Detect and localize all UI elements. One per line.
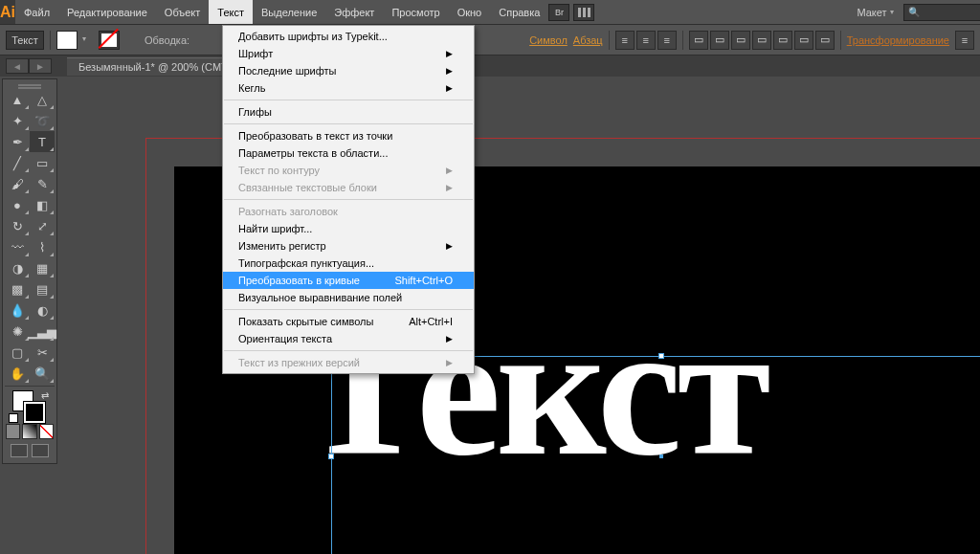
paragraph-panel-link[interactable]: Абзац <box>573 34 603 46</box>
menu-item[interactable]: Найти шрифт... <box>223 220 474 237</box>
menu-item[interactable]: Ориентация текста▶ <box>223 330 474 347</box>
fill-stroke[interactable]: ⇄ <box>5 388 55 423</box>
shape-builder-tool[interactable]: ◑ <box>5 257 30 278</box>
menu-item[interactable]: Добавить шрифты из Typekit... <box>223 28 474 45</box>
stroke-none-swatch[interactable] <box>99 31 120 50</box>
direct-select-tool[interactable]: △ <box>30 89 55 110</box>
menu-редактирование[interactable]: Редактирование <box>58 0 156 24</box>
eraser-tool[interactable]: ◧ <box>30 194 55 215</box>
canvas[interactable]: Текст <box>61 78 978 552</box>
line-tool[interactable]: ╱ <box>5 152 30 173</box>
menu-item[interactable]: Шрифт▶ <box>223 45 474 62</box>
color-mode-solid[interactable] <box>6 424 20 439</box>
graph-tool[interactable]: ▁▃▅ <box>30 321 55 342</box>
warp-tool[interactable]: ⌇ <box>30 236 55 257</box>
text-menu-dropdown: Добавить шрифты из Typekit...Шрифт▶После… <box>222 25 475 374</box>
symbol-spray-tool[interactable]: ✺ <box>5 321 30 342</box>
transform-panel-link[interactable]: Трансформирование <box>847 34 949 46</box>
menu-item[interactable]: Визуальное выравнивание полей <box>223 289 474 306</box>
color-modes <box>5 423 55 440</box>
artboard-tool[interactable]: ▢ <box>5 342 30 363</box>
type-tool[interactable]: T <box>30 131 55 152</box>
align-center-icon[interactable]: ≡ <box>636 31 656 50</box>
menubar-right: Br Макет — □ × <box>548 0 980 24</box>
align-right-icon[interactable]: ≡ <box>657 31 677 50</box>
menu-item: Текст из прежних версий▶ <box>223 354 474 371</box>
align-left-icon[interactable]: ≡ <box>615 31 635 50</box>
menu-справка[interactable]: Справка <box>490 0 548 24</box>
lasso-tool[interactable]: ➰ <box>30 110 55 131</box>
arrange-docs-button[interactable] <box>573 4 594 21</box>
screen-normal[interactable] <box>11 444 28 457</box>
menu-файл[interactable]: Файл <box>15 0 58 24</box>
fill-swatch[interactable] <box>56 31 78 50</box>
align-art-icon[interactable]: ▭ <box>815 31 835 50</box>
menu-item[interactable]: Кегль▶ <box>223 79 474 97</box>
nav-back-button[interactable]: ◄ <box>6 58 29 74</box>
menu-выделение[interactable]: Выделение <box>253 0 325 24</box>
width-tool[interactable]: 〰 <box>5 236 30 257</box>
align-bot-icon[interactable]: ▭ <box>731 31 750 50</box>
menu-объект[interactable]: Объект <box>156 0 209 24</box>
align-top-icon[interactable]: ▭ <box>689 31 708 50</box>
pencil-tool[interactable]: ✎ <box>30 173 55 194</box>
zoom-tool[interactable]: 🔍 <box>30 363 55 384</box>
menu-item[interactable]: Показать скрытые символыAlt+Ctrl+I <box>223 313 474 330</box>
menu-окно[interactable]: Окно <box>449 0 491 24</box>
scale-tool[interactable]: ⤢ <box>30 215 55 236</box>
wand-tool[interactable]: ✦ <box>5 110 30 131</box>
gradient-tool[interactable]: ▤ <box>30 278 55 299</box>
nav-fwd-button[interactable]: ► <box>29 58 52 74</box>
options-bar: Текст Обводка: Символ Абзац ≡ ≡ ≡ ▭ ▭ ▭ … <box>0 25 980 55</box>
panel-grip[interactable] <box>5 81 55 89</box>
mesh-tool[interactable]: ▩ <box>5 278 30 299</box>
align-buttons: ≡ ≡ ≡ <box>615 31 677 50</box>
rect-tool[interactable]: ▭ <box>30 152 55 173</box>
menu-item: Разогнать заголовок <box>223 203 474 220</box>
handle-tm[interactable] <box>658 353 664 359</box>
color-mode-none[interactable] <box>39 424 54 439</box>
menu-текст[interactable]: Текст <box>209 0 253 24</box>
blend-tool[interactable]: ◐ <box>30 299 55 321</box>
color-mode-gradient[interactable] <box>22 424 36 439</box>
menu-item[interactable]: Типографская пунктуация... <box>223 255 474 272</box>
menu-item[interactable]: Преобразовать в текст из точки <box>223 127 474 144</box>
eyedrop-tool[interactable]: 💧 <box>5 299 30 321</box>
menu-эффект[interactable]: Эффект <box>325 0 383 24</box>
stroke-label: Обводка: <box>145 34 189 46</box>
menu-просмотр[interactable]: Просмотр <box>383 0 448 24</box>
document-tabbar: ◄ ► Безымянный-1* @ 200% (CMYK/П <box>0 55 980 77</box>
center-point[interactable] <box>659 454 663 458</box>
dist-h-icon[interactable]: ▭ <box>752 31 771 50</box>
dist-sp-icon[interactable]: ▭ <box>794 31 813 50</box>
hand-tool[interactable]: ✋ <box>5 363 30 384</box>
stroke-box[interactable] <box>24 402 45 423</box>
rotate-tool[interactable]: ↻ <box>5 215 30 236</box>
pen-tool[interactable]: ✒ <box>5 131 30 152</box>
default-fs[interactable] <box>9 413 18 423</box>
brush-tool[interactable]: 🖌 <box>5 173 30 194</box>
blob-tool[interactable]: ● <box>5 194 30 215</box>
handle-ml[interactable] <box>328 454 334 459</box>
align-vmid-icon[interactable]: ▭ <box>710 31 729 50</box>
menu-item[interactable]: Последние шрифты▶ <box>223 62 474 79</box>
search-input[interactable] <box>903 4 980 21</box>
menu-item[interactable]: Изменить регистр▶ <box>223 237 474 255</box>
document-title: Безымянный-1* @ 200% (CMYK/П <box>78 61 246 73</box>
workspace-switcher[interactable]: Макет <box>851 7 899 18</box>
options-menu-icon[interactable]: ≡ <box>955 31 974 50</box>
screen-full[interactable] <box>32 444 49 457</box>
perspective-tool[interactable]: ▦ <box>30 257 55 278</box>
bridge-button[interactable]: Br <box>548 4 569 21</box>
symbol-panel-link[interactable]: Символ <box>529 34 568 46</box>
selection-box[interactable] <box>331 356 980 554</box>
menu-item[interactable]: Глифы <box>223 103 474 121</box>
slice-tool[interactable]: ✂ <box>30 342 55 363</box>
tools-panel: ▲△✦➰✒T╱▭🖌✎●◧↻⤢〰⌇◑▦▩▤💧◐✺▁▃▅▢✂✋🔍⇄ <box>2 78 57 464</box>
dist-v-icon[interactable]: ▭ <box>773 31 792 50</box>
swap-icon[interactable]: ⇄ <box>41 390 49 401</box>
menu-item[interactable]: Преобразовать в кривыеShift+Ctrl+O <box>223 272 474 289</box>
distribute-buttons: ▭ ▭ ▭ ▭ ▭ ▭ ▭ <box>689 31 835 50</box>
menu-item[interactable]: Параметры текста в области... <box>223 144 474 162</box>
selection-tool[interactable]: ▲ <box>5 89 30 110</box>
